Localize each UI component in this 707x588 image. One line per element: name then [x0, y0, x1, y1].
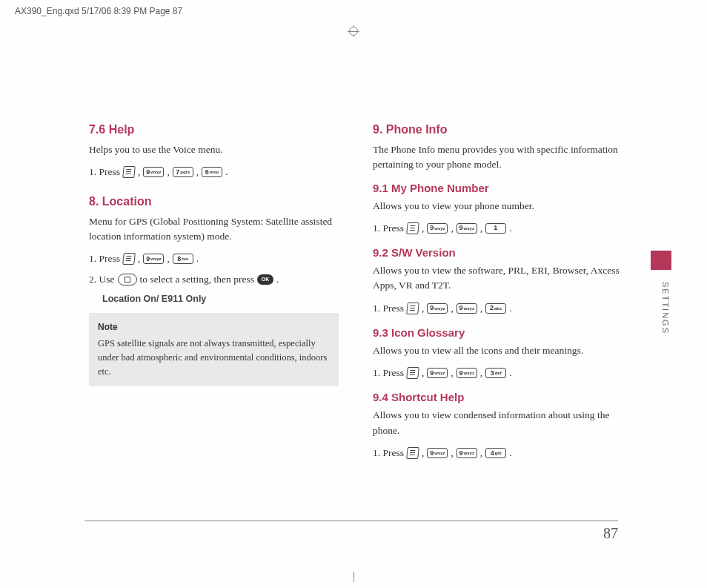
print-header: AX390_Eng.qxd 5/17/06 8:39 PM Page 87 — [15, 6, 182, 16]
body-7-6: Helps you to use the Voice menu. — [89, 142, 339, 157]
page-rule — [84, 521, 618, 521]
key-9-icon: 9wxyz — [427, 303, 448, 314]
note-title: Note — [98, 320, 330, 334]
step-7-6-1: 1. Press , 9wxyz, 7pqrs, 6mno. — [89, 163, 339, 181]
comma: , — [480, 444, 482, 462]
key-9-icon: 9wxyz — [457, 448, 477, 458]
period: . — [509, 364, 511, 382]
comma: , — [480, 364, 482, 382]
body-8: Menu for GPS (Global Positioning System:… — [89, 214, 339, 245]
comma: , — [451, 219, 453, 237]
comma: , — [422, 219, 424, 237]
note-body: GPS satellite signals are not always tra… — [98, 337, 330, 378]
heading-9-4: 9.4 Shortcut Help — [373, 391, 623, 403]
comma: , — [138, 163, 140, 181]
heading-7-6: 7.6 Help — [89, 123, 339, 136]
key-2-icon: 2abc — [485, 303, 506, 314]
body-9-3: Allows you to view all the icons and the… — [373, 343, 623, 358]
side-tab-bar — [651, 251, 671, 270]
step-text: 1. Press — [89, 163, 120, 181]
step-text: 1. Press — [373, 300, 404, 317]
menu-key-icon — [406, 447, 419, 459]
step-8-1: 1. Press , 9wxyz, 8tuv. — [89, 250, 339, 268]
comma: , — [451, 364, 453, 382]
side-tab-label: SETTINGS — [661, 282, 670, 334]
key-9-icon: 9wxyz — [457, 223, 477, 234]
comma: , — [451, 444, 453, 462]
step-9-4: 1. Press , 9wxyz, 9wxyz, 4ghi. — [373, 444, 623, 462]
page-content: 7.6 Help Helps you to use the Voice menu… — [89, 119, 623, 465]
key-9-icon: 9wxyz — [457, 368, 477, 378]
menu-key-icon — [122, 166, 136, 178]
comma: , — [138, 250, 140, 268]
step-text: to select a setting, then press — [140, 271, 254, 288]
ok-key-icon: OK — [257, 274, 273, 285]
step-9-3: 1. Press , 9wxyz, 9wxyz, 3def. — [373, 364, 623, 382]
key-9-icon: 9wxyz — [143, 254, 164, 264]
left-column: 7.6 Help Helps you to use the Voice menu… — [89, 119, 339, 465]
right-column: 9. Phone Info The Phone Info menu provid… — [373, 119, 623, 465]
period: . — [509, 300, 511, 317]
indent-8: Location On/ E911 Only — [102, 292, 339, 306]
step-text: 2. Use — [89, 271, 115, 288]
step-text: 1. Press — [373, 219, 404, 237]
key-1-icon: 1 — [485, 223, 506, 234]
key-9-icon: 9wxyz — [427, 368, 448, 378]
heading-9-1: 9.1 My Phone Number — [373, 182, 623, 194]
comma: , — [480, 300, 482, 317]
menu-key-icon — [406, 222, 419, 234]
step-text: 1. Press — [373, 444, 404, 462]
period: . — [509, 444, 511, 462]
step-9-1: 1. Press , 9wxyz, 9wxyz, 1. — [373, 219, 623, 237]
menu-key-icon — [406, 367, 419, 379]
page-number: 87 — [603, 525, 618, 542]
key-3-icon: 3def — [485, 368, 506, 378]
comma: , — [451, 300, 453, 317]
step-9-2: 1. Press , 9wxyz, 9wxyz, 2abc. — [373, 300, 623, 317]
period: . — [276, 271, 279, 288]
comma: , — [196, 163, 199, 181]
period: . — [509, 219, 511, 237]
comma: , — [422, 300, 424, 317]
nav-key-icon — [118, 274, 137, 285]
key-9-icon: 9wxyz — [427, 223, 448, 234]
key-7-icon: 7pqrs — [173, 167, 193, 177]
period: . — [225, 163, 228, 181]
heading-9-3: 9.3 Icon Glossary — [373, 326, 623, 339]
period: . — [196, 250, 199, 268]
body-9-4: Allows you to view condensed information… — [373, 408, 623, 438]
menu-key-icon — [122, 253, 136, 265]
menu-key-icon — [406, 303, 419, 314]
comma: , — [480, 219, 482, 237]
heading-9: 9. Phone Info — [373, 123, 623, 136]
key-9-icon: 9wxyz — [427, 448, 448, 458]
key-6-icon: 6mno — [202, 167, 222, 177]
body-9: The Phone Info menu provides you with sp… — [373, 142, 623, 173]
comma: , — [422, 444, 424, 462]
heading-8: 8. Location — [89, 195, 339, 208]
step-8-2: 2. Use to select a setting, then press O… — [89, 271, 339, 288]
note-box: Note GPS satellite signals are not alway… — [89, 313, 339, 386]
comma: , — [167, 250, 169, 268]
step-text: 1. Press — [373, 364, 404, 382]
step-text: 1. Press — [89, 250, 120, 268]
comma: , — [422, 364, 424, 382]
key-4-icon: 4ghi — [485, 448, 506, 458]
body-9-1: Allows you to view your phone number. — [373, 199, 623, 214]
crop-mark-bottom-icon — [354, 572, 354, 582]
key-9-icon: 9wxyz — [143, 167, 164, 177]
key-9-icon: 9wxyz — [457, 303, 477, 314]
key-8-icon: 8tuv — [173, 254, 193, 264]
heading-9-2: 9.2 S/W Version — [373, 246, 623, 259]
comma: , — [167, 163, 169, 181]
body-9-2: Allows you to view the software, PRL, ER… — [373, 263, 623, 294]
